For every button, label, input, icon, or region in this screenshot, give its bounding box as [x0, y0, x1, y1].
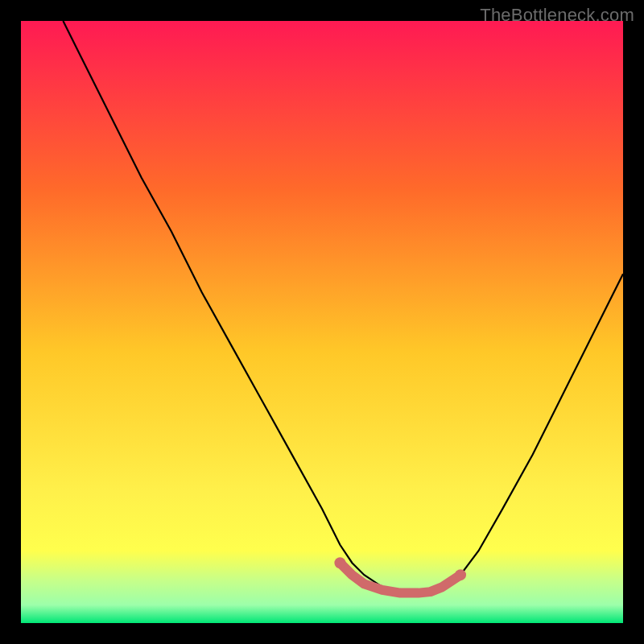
outer-frame: TheBottleneck.com: [0, 0, 644, 644]
gradient-bg: [21, 21, 623, 623]
highlight-dot-left: [334, 557, 345, 568]
highlight-dot-right: [455, 569, 466, 580]
plot-area: [21, 21, 623, 623]
chart-svg: [21, 21, 623, 623]
